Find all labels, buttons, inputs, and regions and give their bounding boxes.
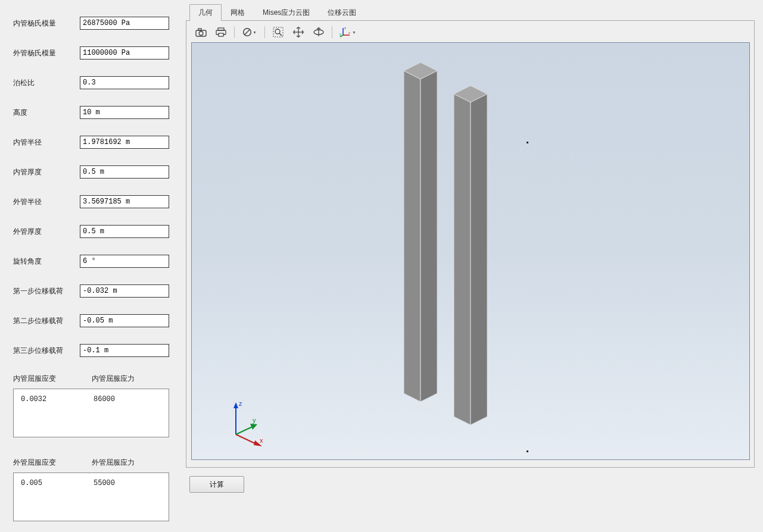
- tab-mesh[interactable]: 网格: [222, 4, 254, 21]
- svg-marker-30: [233, 402, 238, 408]
- tab-displacement[interactable]: 位移云图: [319, 4, 365, 21]
- outer-yield-stress-value: 55000: [94, 479, 115, 515]
- svg-point-9: [275, 29, 280, 34]
- field-label: 泊松比: [13, 78, 80, 88]
- field-label: 旋转角度: [13, 256, 80, 267]
- inner-yield-stress-value: 86000: [94, 395, 115, 431]
- step3-disp-input[interactable]: [80, 344, 169, 357]
- marker-dot: [527, 142, 528, 143]
- step1-disp-input[interactable]: [80, 284, 169, 298]
- svg-marker-27: [454, 94, 471, 425]
- tab-geometry[interactable]: 几何: [189, 4, 222, 21]
- inner-yield-box[interactable]: 0.0032 86000: [13, 389, 169, 437]
- svg-marker-28: [471, 94, 487, 425]
- marker-dot: [527, 450, 528, 452]
- outer-young-input[interactable]: [80, 46, 169, 60]
- field-label: 内管杨氏模量: [13, 18, 80, 29]
- svg-text:z: z: [239, 400, 242, 407]
- svg-text:x: x: [260, 437, 263, 444]
- pan-icon[interactable]: [290, 25, 307, 39]
- poisson-input[interactable]: [80, 76, 169, 89]
- inner-radius-input[interactable]: [80, 136, 169, 149]
- svg-text:z: z: [344, 27, 346, 30]
- inner-thickness-input[interactable]: [80, 165, 169, 179]
- svg-marker-23: [404, 71, 421, 402]
- field-label: 内管厚度: [13, 167, 80, 177]
- outer-yield-box[interactable]: 0.005 55000: [13, 472, 169, 521]
- chevron-down-icon: ▼: [253, 30, 257, 35]
- outer-yield-stress-label: 外管屈服应力: [92, 458, 135, 468]
- calculate-button[interactable]: 计算: [189, 476, 244, 493]
- tab-mises[interactable]: Mises应力云图: [254, 4, 319, 21]
- step2-disp-input[interactable]: [80, 314, 169, 327]
- svg-line-10: [279, 33, 282, 36]
- axis-triad-icon: z x y: [224, 399, 272, 446]
- chevron-down-icon: ▼: [352, 30, 356, 35]
- inner-yield-stress-label: 内管屈服应力: [92, 374, 135, 384]
- svg-text:y: y: [253, 417, 256, 424]
- inner-young-input[interactable]: [80, 17, 169, 30]
- field-label: 高度: [13, 108, 80, 118]
- axes-icon[interactable]: zxy ▼: [337, 25, 359, 39]
- svg-rect-1: [198, 29, 201, 30]
- print-icon[interactable]: [213, 25, 229, 39]
- field-label: 第三步位移载荷: [13, 346, 80, 356]
- viewport-3d[interactable]: z x y: [191, 42, 750, 460]
- geometry-column-left: [404, 62, 437, 403]
- field-label: 外管厚度: [13, 227, 80, 237]
- field-label: 第二步位移载荷: [13, 316, 80, 326]
- outer-thickness-input[interactable]: [80, 225, 169, 238]
- field-label: 外管半径: [13, 197, 80, 207]
- outer-yield-strain-value: 0.005: [21, 479, 94, 515]
- parameter-panel: 内管杨氏模量 外管杨氏模量 泊松比 高度 内管半径 内管厚度 外管半径 外管厚度…: [0, 0, 182, 532]
- camera-icon[interactable]: [192, 25, 209, 39]
- field-label: 外管杨氏模量: [13, 48, 80, 58]
- height-input[interactable]: [80, 106, 169, 119]
- rotate-icon[interactable]: [310, 25, 327, 39]
- inner-yield-strain-label: 内管屈服应变: [13, 374, 92, 384]
- zoom-box-icon[interactable]: [270, 25, 286, 39]
- outer-yield-strain-label: 外管屈服应变: [13, 458, 92, 468]
- inner-yield-strain-value: 0.0032: [21, 395, 94, 431]
- geometry-column-right: [454, 86, 487, 427]
- svg-line-7: [245, 30, 250, 35]
- no-entry-icon[interactable]: ▼: [239, 25, 260, 39]
- svg-text:x: x: [348, 31, 350, 35]
- svg-point-2: [199, 31, 203, 35]
- field-label: 内管半径: [13, 137, 80, 148]
- viewport-toolbar: ▼ zxy ▼: [190, 24, 750, 42]
- svg-text:y: y: [340, 32, 341, 36]
- rotation-angle-input[interactable]: [80, 255, 169, 268]
- tab-bar: 几何 网格 Mises应力云图 位移云图: [186, 5, 755, 20]
- outer-radius-input[interactable]: [80, 195, 169, 208]
- svg-line-35: [236, 426, 254, 434]
- svg-marker-24: [421, 71, 437, 402]
- field-label: 第一步位移载荷: [13, 286, 80, 296]
- viewport-panel: ▼ zxy ▼: [186, 20, 755, 468]
- svg-rect-5: [219, 33, 223, 36]
